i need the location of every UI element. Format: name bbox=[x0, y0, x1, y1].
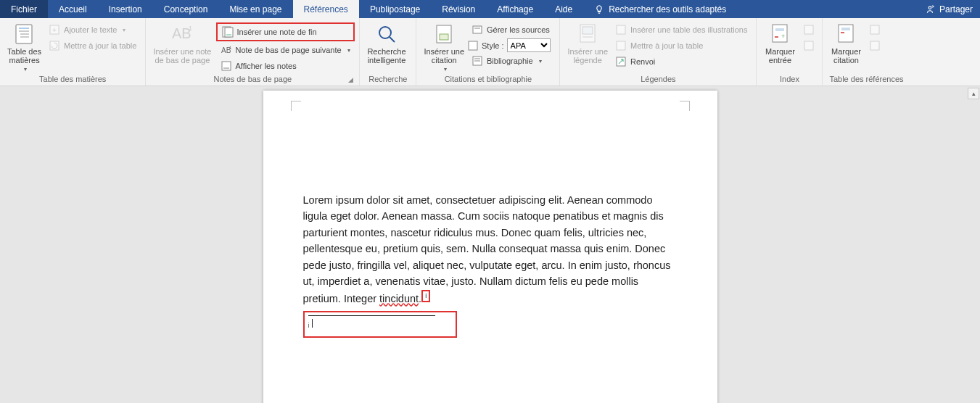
citation-icon bbox=[432, 22, 456, 46]
table-of-contents-button[interactable]: Table des matières ▾ bbox=[4, 21, 44, 74]
tab-fichier[interactable]: Fichier bbox=[0, 0, 48, 18]
svg-rect-21 bbox=[440, 34, 448, 40]
cross-reference-button[interactable]: Renvoi bbox=[611, 54, 752, 69]
tab-publipostage[interactable]: Publipostage bbox=[359, 0, 431, 18]
group-authorities: Marquer citation Table des références bbox=[823, 18, 910, 86]
scroll-up-button[interactable]: ▴ bbox=[968, 88, 979, 99]
ribbon: Table des matières ▾ + Ajouter le texte▾… bbox=[0, 18, 980, 86]
insert-footnote-button[interactable]: AB1 Insérer une note de bas de page bbox=[150, 21, 214, 74]
text-cursor bbox=[312, 319, 313, 328]
next-footnote-button[interactable]: AB1 Note de bas de page suivante▾ bbox=[216, 43, 355, 57]
insert-toa-button[interactable] bbox=[865, 22, 884, 37]
svg-rect-43 bbox=[870, 25, 879, 34]
manage-sources-button[interactable]: Gérer les sources bbox=[467, 22, 554, 37]
group-label-footnotes: Notes de bas de page◢ bbox=[150, 74, 355, 84]
group-label-citations: Citations et bibliographie bbox=[421, 74, 555, 84]
update-table-button[interactable]: Mettre à jour la table bbox=[611, 38, 752, 53]
insert-table-figures-label: Insérer une table des illustrations bbox=[630, 25, 747, 34]
next-footnote-label: Note de bas de page suivante bbox=[236, 46, 342, 54]
insert-toa-icon bbox=[869, 24, 881, 36]
svg-rect-41 bbox=[841, 32, 844, 33]
update-table-icon bbox=[615, 40, 627, 51]
mark-entry-button[interactable]: + Marquer entrée bbox=[761, 21, 799, 74]
bibliography-button[interactable]: Bibliographie▾ bbox=[467, 54, 554, 68]
share-button[interactable]: Partager bbox=[925, 0, 973, 18]
update-toc-label: Mettre à jour la table bbox=[64, 41, 136, 50]
chevron-down-icon: ▾ bbox=[24, 66, 27, 72]
insert-table-figures-button[interactable]: Insérer une table des illustrations bbox=[611, 22, 752, 37]
cross-ref-icon bbox=[615, 56, 627, 67]
group-label-authorities: Table des références bbox=[827, 74, 905, 84]
manage-sources-icon bbox=[472, 24, 483, 36]
group-index: + Marquer entrée Index bbox=[757, 18, 823, 86]
add-text-button[interactable]: + Ajouter le texte▾ bbox=[44, 22, 141, 37]
update-icon bbox=[49, 40, 60, 51]
share-label: Partager bbox=[939, 4, 973, 14]
svg-rect-22 bbox=[473, 26, 482, 33]
tab-references[interactable]: Références bbox=[293, 0, 359, 18]
endnote-area[interactable]: i bbox=[303, 311, 457, 338]
show-notes-icon bbox=[221, 60, 232, 72]
page[interactable]: Lorem ipsum dolor sit amet, consectetuer… bbox=[263, 91, 717, 403]
margin-guide-tl bbox=[291, 101, 301, 111]
dialog-launcher-icon[interactable]: ◢ bbox=[348, 76, 353, 83]
style-select[interactable]: APA bbox=[507, 38, 551, 52]
insert-citation-button[interactable]: Insérer une citation▾ bbox=[421, 21, 467, 74]
svg-rect-35 bbox=[775, 28, 784, 31]
update-index-button[interactable] bbox=[799, 38, 818, 53]
svg-text:+: + bbox=[781, 33, 785, 40]
endnote-icon bbox=[222, 26, 234, 38]
svg-text:+: + bbox=[52, 26, 57, 34]
ribbon-tabs: Fichier Accueil Insertion Conception Mis… bbox=[0, 0, 980, 18]
endnote-separator bbox=[308, 315, 435, 316]
tab-accueil[interactable]: Accueil bbox=[48, 0, 98, 18]
group-footnotes: AB1 Insérer une note de bas de page Insé… bbox=[146, 18, 360, 86]
footnote-icon: AB1 bbox=[170, 22, 194, 46]
group-table-of-contents: Table des matières ▾ + Ajouter le texte▾… bbox=[0, 18, 146, 86]
insert-endnote-button[interactable]: Insérer une note de fin bbox=[216, 22, 355, 41]
tab-conception[interactable]: Conception bbox=[153, 0, 219, 18]
smart-lookup-label: Recherche intelligente bbox=[367, 47, 405, 65]
smart-lookup-button[interactable]: Recherche intelligente bbox=[364, 21, 408, 74]
insert-index-icon bbox=[803, 24, 815, 36]
insert-caption-label: Insérer une légende bbox=[567, 47, 608, 65]
share-icon bbox=[925, 4, 935, 14]
toc-icon bbox=[13, 22, 36, 46]
insert-index-button[interactable] bbox=[799, 22, 818, 37]
toc-label: Table des matières bbox=[7, 47, 41, 65]
svg-rect-44 bbox=[870, 41, 879, 50]
svg-point-18 bbox=[379, 27, 391, 38]
mark-citation-icon bbox=[834, 22, 857, 46]
tab-insertion[interactable]: Insertion bbox=[98, 0, 153, 18]
svg-rect-36 bbox=[775, 36, 778, 38]
mark-citation-button[interactable]: Marquer citation bbox=[827, 21, 865, 74]
table-figures-icon bbox=[615, 24, 627, 36]
group-captions: Insérer une légende Insérer une table de… bbox=[560, 18, 757, 86]
body-paragraph[interactable]: Lorem ipsum dolor sit amet, consectetuer… bbox=[303, 192, 678, 307]
update-toc-button[interactable]: Mettre à jour la table bbox=[44, 38, 141, 53]
show-notes-label: Afficher les notes bbox=[236, 62, 297, 70]
tab-mise-en-page[interactable]: Mise en page bbox=[218, 0, 292, 18]
tab-revision[interactable]: Révision bbox=[431, 0, 486, 18]
svg-rect-39 bbox=[804, 41, 813, 50]
body-text: Lorem ipsum dolor sit amet, consectetuer… bbox=[303, 194, 671, 304]
svg-rect-32 bbox=[617, 41, 625, 50]
tab-affichage[interactable]: Affichage bbox=[486, 0, 544, 18]
group-label-index: Index bbox=[761, 74, 818, 84]
add-text-label: Ajouter le texte bbox=[64, 25, 117, 34]
endnote-reference-mark[interactable]: i bbox=[421, 290, 430, 302]
mark-entry-icon: + bbox=[768, 22, 791, 46]
bibliography-label: Bibliographie bbox=[487, 57, 533, 65]
search-icon bbox=[375, 22, 398, 46]
svg-rect-31 bbox=[617, 25, 625, 34]
insert-footnote-label: Insérer une note de bas de page bbox=[153, 47, 211, 65]
svg-rect-24 bbox=[469, 41, 477, 50]
style-icon bbox=[467, 40, 479, 51]
tell-me-search[interactable]: Rechercher des outils adaptés bbox=[583, 0, 737, 18]
update-toa-button[interactable] bbox=[865, 38, 884, 53]
insert-caption-button[interactable]: Insérer une légende bbox=[564, 21, 611, 74]
group-label-captions: Légendes bbox=[564, 74, 752, 84]
show-notes-button[interactable]: Afficher les notes bbox=[216, 59, 355, 73]
svg-rect-29 bbox=[582, 27, 593, 34]
tab-aide[interactable]: Aide bbox=[544, 0, 583, 18]
